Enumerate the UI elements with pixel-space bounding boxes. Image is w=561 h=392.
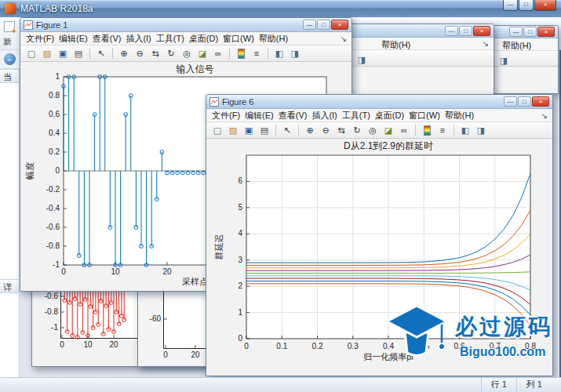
figure1-titlebar[interactable]: Figure 1 — □ ×	[20, 18, 352, 32]
folder-nav-row: ←	[0, 50, 20, 69]
print-icon[interactable]: ▤	[71, 47, 86, 60]
menu-window[interactable]: 窗口(W)	[406, 109, 443, 122]
toolbar-separator	[268, 48, 268, 59]
open-folder-icon[interactable]: ▨	[40, 47, 54, 60]
menu-insert[interactable]: 插入(I)	[123, 32, 153, 45]
svg-text:1: 1	[238, 308, 242, 317]
menu-file[interactable]: 文件(F)	[209, 109, 242, 122]
menu-tools[interactable]: 工具(T)	[340, 109, 373, 122]
new-script-label: 新	[3, 36, 12, 48]
svg-text:-0.6: -0.6	[46, 223, 60, 231]
menu-desktop[interactable]: 桌面(D)	[373, 109, 406, 122]
svg-text:0: 0	[61, 267, 66, 276]
zoom-in-icon[interactable]: ⊕	[303, 124, 317, 137]
zoom-in-icon[interactable]: ⊕	[117, 47, 131, 60]
watermark-domain: Biguo100.com	[455, 345, 552, 359]
svg-text:20: 20	[162, 267, 172, 276]
maximize-button[interactable]: □	[459, 26, 472, 36]
print-icon[interactable]: ▤	[257, 124, 271, 137]
watermark-text: 必过源码 Biguo100.com	[455, 312, 552, 359]
minimize-button[interactable]: —	[445, 26, 458, 36]
close-button[interactable]: ×	[331, 20, 348, 30]
hide-plot-tools-icon[interactable]: ◧	[272, 47, 286, 60]
figure-icon	[209, 97, 219, 107]
svg-text:-1: -1	[51, 323, 58, 332]
menu-view[interactable]: 查看(V)	[90, 32, 124, 45]
svg-text:D从2.1到2.9的群延时: D从2.1到2.9的群延时	[344, 140, 433, 151]
pan-icon[interactable]: ⇆	[334, 124, 348, 137]
brush-icon[interactable]: ◪	[195, 47, 209, 60]
figure1-toolbar: ▢▨▣▤↖⊕⊖⇆↻◎◪∞≡◧◨	[20, 45, 352, 62]
insert-colorbar-icon[interactable]	[420, 124, 434, 137]
svg-text:0.6: 0.6	[49, 110, 60, 118]
brush-icon[interactable]: ◪	[381, 124, 395, 137]
svg-text:5: 5	[238, 203, 242, 212]
link-plot-icon[interactable]: ∞	[397, 124, 411, 137]
menu-help[interactable]: 帮助(H)	[257, 32, 290, 45]
svg-text:-0.4: -0.4	[46, 204, 60, 212]
new-document-icon[interactable]: ▢	[24, 47, 38, 60]
menu-edit[interactable]: 编辑(E)	[242, 109, 276, 122]
dock-figure-icon[interactable]: ↘	[341, 34, 348, 43]
maximize-button[interactable]: □	[518, 96, 531, 107]
menu-insert[interactable]: 插入(I)	[309, 109, 339, 122]
edit-cursor-icon[interactable]: ↖	[94, 47, 108, 60]
close-button[interactable]: ×	[532, 96, 549, 107]
maximize-button[interactable]: □	[523, 27, 537, 37]
new-document-icon[interactable]: ▢	[210, 124, 224, 137]
hide-plot-tools-icon[interactable]: ◧	[458, 124, 472, 137]
rotate-3d-icon[interactable]: ↻	[350, 124, 364, 137]
watermark-title: 必过源码	[455, 312, 552, 342]
main-titlebar[interactable]: MATLAB R2018a	[0, 0, 561, 17]
data-cursor-icon[interactable]: ◎	[366, 124, 380, 137]
figure6-titlebar[interactable]: Figure 6 — □ ×	[206, 95, 552, 109]
menu-help[interactable]: 帮助(H)	[443, 109, 476, 122]
edit-cursor-icon[interactable]: ↖	[280, 124, 294, 137]
current-folder-panel-header[interactable]: 当	[0, 69, 20, 83]
save-icon[interactable]: ▣	[242, 124, 256, 137]
link-plot-icon[interactable]: ∞	[211, 47, 225, 60]
minimize-button[interactable]: —	[303, 20, 316, 30]
menu-edit[interactable]: 编辑(E)	[56, 32, 90, 45]
svg-text:-0.8: -0.8	[46, 241, 60, 250]
insert-legend-icon[interactable]: ≡	[435, 124, 450, 137]
insert-legend-icon[interactable]: ≡	[250, 47, 264, 60]
details-panel-header[interactable]: 详	[0, 279, 20, 293]
menu-view[interactable]: 查看(V)	[276, 109, 310, 122]
watermark: 必过源码 Biguo100.com	[384, 303, 552, 368]
minimize-button[interactable]: —	[509, 27, 523, 37]
current-folder-panel-body[interactable]	[0, 83, 20, 279]
close-button[interactable]: ×	[534, 0, 556, 11]
menu-desktop[interactable]: 桌面(D)	[187, 32, 220, 45]
close-button[interactable]: ×	[473, 26, 490, 36]
rotate-3d-icon[interactable]: ↻	[164, 47, 178, 60]
show-plot-tools-icon[interactable]: ◨	[288, 47, 302, 60]
minimize-button[interactable]: —	[504, 96, 517, 107]
details-panel-body[interactable]	[0, 293, 20, 377]
zoom-out-icon[interactable]: ⊖	[319, 124, 333, 137]
svg-text:0: 0	[55, 166, 60, 175]
new-script-icon[interactable]	[4, 21, 15, 32]
show-plot-tools-icon[interactable]: ◨	[355, 53, 369, 67]
dock-figure-icon[interactable]: ↘	[541, 111, 549, 120]
menu-tools[interactable]: 工具(T)	[154, 32, 187, 45]
back-arrow-icon[interactable]: ←	[4, 53, 16, 65]
save-icon[interactable]: ▣	[56, 47, 70, 60]
close-button[interactable]: ×	[537, 27, 555, 37]
svg-text:10: 10	[111, 267, 120, 276]
svg-text:-0.6: -0.6	[45, 292, 59, 300]
pan-icon[interactable]: ⇆	[148, 47, 162, 60]
show-plot-tools-icon[interactable]: ◨	[474, 124, 488, 137]
toolbar-separator	[298, 125, 299, 136]
show-plot-tools-icon[interactable]: ◨	[497, 54, 511, 67]
menu-window[interactable]: 窗口(W)	[220, 32, 257, 45]
insert-colorbar-icon[interactable]	[234, 47, 248, 60]
maximize-button[interactable]: □	[317, 20, 330, 30]
minimize-button[interactable]: —	[503, 0, 518, 11]
zoom-out-icon[interactable]: ⊖	[133, 47, 147, 60]
dock-figure-icon[interactable]: ↘	[483, 39, 490, 48]
data-cursor-icon[interactable]: ◎	[180, 47, 194, 60]
open-folder-icon[interactable]: ▨	[226, 124, 240, 137]
menu-file[interactable]: 文件(F)	[24, 32, 56, 45]
maximize-button[interactable]: □	[519, 0, 534, 11]
